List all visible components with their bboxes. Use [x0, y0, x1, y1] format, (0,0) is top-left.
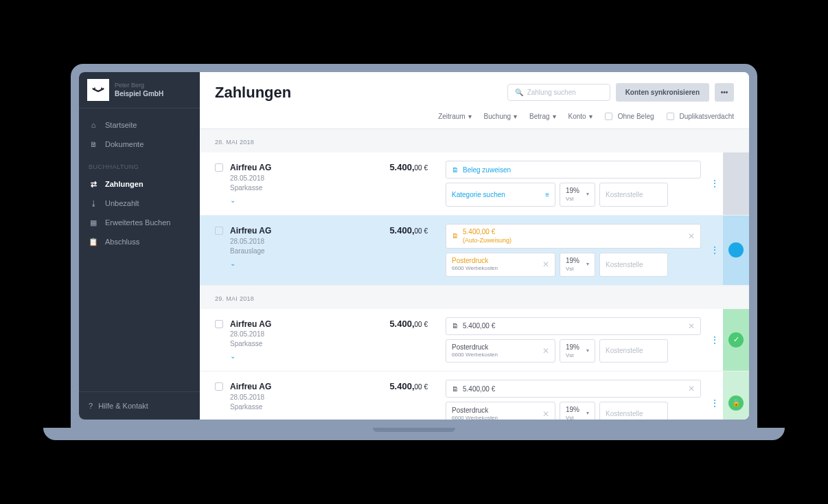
company-name[interactable]: Beispiel GmbH	[115, 89, 163, 98]
vat-field[interactable]: 19%Vst▾	[560, 183, 595, 207]
nav-closing[interactable]: 📋Abschluss	[79, 232, 200, 251]
more-menu-button[interactable]: •••	[715, 83, 734, 102]
cost-center-field[interactable]: Kostenstelle	[599, 402, 668, 420]
download-icon: ⭳	[89, 198, 98, 208]
category-field[interactable]: Kategorie suchen ≡	[446, 183, 555, 207]
expand-toggle[interactable]: ⌄	[230, 259, 271, 268]
clear-icon[interactable]: ✕	[542, 409, 549, 419]
nav-unpaid[interactable]: ⭳Unbezahlt	[79, 194, 200, 213]
clear-icon[interactable]: ✕	[688, 384, 695, 393]
row-actions-menu[interactable]: ⋮	[706, 152, 723, 215]
chevron-down-icon: ▾	[586, 348, 589, 354]
assign-receipt-field[interactable]: 🗎 5.400,00 € ✕	[446, 380, 701, 398]
vat-field[interactable]: 19%Vst▾	[560, 339, 595, 363]
cost-center-field[interactable]: Kostenstelle	[599, 339, 668, 363]
chevron-down-icon: ▾	[589, 113, 593, 120]
vat-field[interactable]: 19%Vst▾	[560, 253, 595, 277]
chevron-down-icon: ▾	[514, 113, 517, 120]
row-actions-menu[interactable]: ⋮	[706, 216, 723, 285]
row-checkbox[interactable]	[215, 227, 223, 235]
row-actions-menu[interactable]: ⋮	[706, 371, 723, 420]
dots-icon: •••	[721, 89, 728, 96]
row-checkbox[interactable]	[215, 320, 223, 328]
date-group-header: 29. MAI 2018	[200, 286, 749, 309]
chevron-down-icon: ▾	[468, 113, 472, 120]
assign-receipt-field[interactable]: 🗎 Beleg zuweisen	[446, 161, 701, 179]
nav-documents[interactable]: 🗎Dokumente	[79, 135, 200, 154]
user-name: Peter Berg	[115, 82, 163, 90]
row-checkbox[interactable]	[215, 382, 223, 391]
chevron-down-icon: ▾	[586, 262, 589, 268]
document-icon: 🗎	[452, 385, 459, 393]
filter-amount[interactable]: Betrag ▾	[529, 113, 555, 120]
logo	[87, 79, 109, 101]
expand-toggle[interactable]: ⌄	[230, 196, 271, 205]
search-icon: 🔍	[515, 89, 523, 96]
chevron-down-icon: ▾	[553, 113, 556, 120]
payments-list: 28. MAI 2018 Airfreu AG 28.05.2018 Spark…	[200, 129, 749, 420]
checkbox-icon	[667, 113, 674, 120]
payment-row: Airfreu AG 28.05.2018 Sparkasse ⌄ 5.400,…	[200, 309, 749, 372]
nav-help[interactable]: ?Hilfe & Kontakt	[79, 391, 200, 420]
payment-bank: Sparkasse	[230, 339, 271, 349]
payment-company: Airfreu AG	[230, 162, 271, 174]
payment-bank: Sparkasse	[230, 402, 271, 412]
document-icon: 🗎	[452, 166, 459, 174]
document-icon: 🗎	[452, 232, 459, 240]
vat-field[interactable]: 19%Vst▾	[560, 402, 595, 420]
transfer-icon: ⇄	[89, 179, 98, 189]
expand-toggle[interactable]: ⌄	[230, 415, 271, 420]
nav-extended-booking[interactable]: ▦Erweitertes Buchen	[79, 213, 200, 232]
row-actions-menu[interactable]: ⋮	[706, 309, 723, 371]
nav-home[interactable]: ⌂Startseite	[79, 115, 200, 135]
filter-booking[interactable]: Buchung ▾	[484, 113, 517, 120]
payment-row: Airfreu AG 28.05.2018 Sparkasse ⌄ 5.400,…	[200, 152, 749, 216]
clear-icon[interactable]: ✕	[688, 321, 695, 331]
payment-bank: Sparkasse	[230, 183, 271, 193]
cost-center-field[interactable]: Kostenstelle	[599, 183, 668, 207]
nav-section-accounting: BUCHHALTUNG	[79, 154, 200, 174]
search-input[interactable]: 🔍 Zahlung suchen	[507, 84, 610, 101]
category-field[interactable]: Posterdruck6600 Werbekosten ✕	[446, 253, 555, 277]
clear-icon[interactable]: ✕	[688, 231, 695, 241]
clear-icon[interactable]: ✕	[542, 346, 549, 356]
payment-bank: Barauslage	[230, 247, 271, 256]
payment-row: Airfreu AG 28.05.2018 Sparkasse ⌄ 5.400,…	[200, 371, 749, 420]
category-field[interactable]: Posterdruck6600 Werbekosten ✕	[446, 402, 555, 420]
document-icon: 🗎	[452, 322, 459, 330]
row-checkbox[interactable]	[215, 163, 223, 172]
payment-date: 28.05.2018	[230, 393, 271, 402]
payment-row: Airfreu AG 28.05.2018 Barauslage ⌄ 5.400…	[200, 216, 749, 286]
svg-point-1	[101, 87, 102, 89]
payment-company: Airfreu AG	[230, 319, 271, 330]
payment-amount: 5.400,00 €	[358, 152, 440, 215]
status-circle-locked: 🔒	[728, 396, 744, 411]
clear-icon[interactable]: ✕	[542, 260, 549, 269]
topbar: Zahlungen 🔍 Zahlung suchen Konten synkro…	[200, 72, 749, 129]
expand-toggle[interactable]: ⌄	[230, 352, 271, 361]
status-circle-pending	[728, 242, 744, 257]
filter-period[interactable]: Zeitraum ▾	[438, 113, 471, 120]
status-circle-done: ✓	[728, 332, 744, 347]
table-icon: ▦	[89, 218, 98, 227]
filter-account[interactable]: Konto ▾	[568, 113, 593, 120]
sync-accounts-button[interactable]: Konten synkronisieren	[616, 83, 709, 102]
page-title: Zahlungen	[215, 84, 291, 102]
filter-duplicate[interactable]: Duplikatsverdacht	[667, 113, 734, 120]
nav-payments[interactable]: ⇄Zahlungen	[79, 174, 200, 194]
payment-company: Airfreu AG	[230, 381, 271, 393]
payment-company: Airfreu AG	[230, 225, 271, 237]
clipboard-icon: 📋	[89, 237, 98, 247]
payment-amount: 5.400,00 €	[358, 309, 440, 371]
checkbox-icon	[605, 113, 612, 120]
category-field[interactable]: Posterdruck6600 Werbekosten ✕	[446, 339, 555, 363]
payment-date: 28.05.2018	[230, 237, 271, 247]
payment-date: 28.05.2018	[230, 330, 271, 339]
sidebar: Peter Berg Beispiel GmbH ⌂Startseite 🗎Do…	[79, 72, 200, 420]
filter-no-receipt[interactable]: Ohne Beleg	[605, 113, 654, 120]
cost-center-field[interactable]: Kostenstelle	[599, 253, 668, 277]
svg-point-0	[94, 87, 95, 89]
assign-receipt-field[interactable]: 🗎 5.400,00 € ✕	[446, 317, 701, 335]
assign-receipt-field[interactable]: 🗎 5.400,00 €(Auto-Zuweisung) ✕	[446, 224, 701, 249]
sidebar-header: Peter Berg Beispiel GmbH	[79, 72, 200, 108]
